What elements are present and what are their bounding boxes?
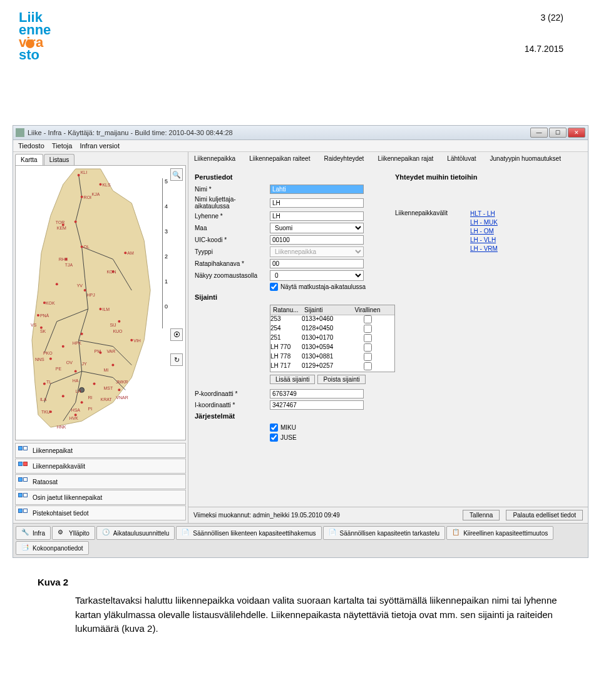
menu-tietoja[interactable]: Tietoja — [52, 142, 73, 150]
section-sijainti: Sijainti — [195, 293, 383, 301]
svg-text:MST: MST — [103, 386, 113, 390]
svg-point-22 — [130, 339, 133, 342]
label-nayta: Näytä matkustaja-aikataulussa — [280, 283, 366, 290]
dtab-lahtoluvat[interactable]: Lähtöluvat — [443, 154, 480, 163]
input-nimi[interactable] — [270, 185, 364, 194]
btab-kapasiteetti-hakemus[interactable]: 📄Säännöllisen liikenteen kapasiteettihak… — [176, 526, 321, 540]
link-list: HLT - LH LH - MUK LH - OM LH - VLH LH - … — [470, 210, 498, 253]
dtab-rajat[interactable]: Liikennepaikan rajat — [374, 154, 437, 163]
svg-text:OV: OV — [66, 360, 73, 365]
input-lyhenne[interactable] — [270, 211, 364, 221]
alert-icon: 📋 — [452, 529, 461, 537]
checkbox-miku[interactable] — [270, 424, 278, 432]
btab-kiireellinen[interactable]: 📋Kiireellinen kapasiteettimuutos — [446, 526, 553, 540]
button-poista-sijainti[interactable]: Poista sijainti — [317, 375, 365, 384]
svg-text:sto: sto — [19, 47, 39, 63]
svg-point-26 — [111, 364, 114, 367]
svg-text:AM: AM — [127, 251, 134, 255]
dtab-raiteet[interactable]: Liikennepaikan raiteet — [245, 154, 314, 163]
table-row: LH 7700130+0594 — [270, 343, 394, 353]
select-maa[interactable]: Suomi — [270, 223, 364, 233]
svg-text:TL: TL — [46, 380, 51, 384]
map-search-icon[interactable]: 🔍 — [170, 168, 183, 181]
layer-osin-jaetut[interactable]: Osin jaetut liikennepaikat — [15, 490, 186, 505]
btab-yllapito[interactable]: ⚙Ylläpito — [52, 526, 95, 540]
svg-point-28 — [43, 382, 46, 385]
svg-text:TKU: TKU — [41, 410, 50, 414]
link-lpv[interactable]: HLT - LH — [470, 210, 498, 218]
svg-point-30 — [118, 388, 120, 391]
input-uic[interactable] — [270, 235, 364, 245]
btab-aikataulu[interactable]: 🕒Aikataulusuunnittelu — [96, 526, 175, 540]
checkbox-juse[interactable] — [270, 434, 278, 442]
section-perustiedot: Perustiedot — [195, 173, 383, 181]
svg-point-11 — [124, 251, 126, 254]
button-tallenna[interactable]: Tallenna — [463, 510, 500, 520]
svg-point-21 — [81, 333, 83, 335]
button-palauta[interactable]: Palauta edelliset tiedot — [506, 510, 583, 520]
layer-pistekohtaiset[interactable]: Pistekohtaiset tiedot — [15, 505, 186, 520]
map[interactable]: KLIKLSKJA ROITORKEM OLAMRHE TJAKONYV KOK… — [15, 165, 186, 440]
svg-text:KLS: KLS — [102, 183, 111, 187]
svg-point-27 — [74, 370, 77, 373]
map-refresh-icon[interactable]: ↻ — [170, 353, 183, 366]
btab-infra[interactable]: 🔧Infra — [16, 526, 51, 540]
svg-text:HPK: HPK — [73, 341, 82, 345]
layer-rataosat[interactable]: Rataosat — [15, 474, 186, 489]
input-ratapiha[interactable] — [270, 259, 364, 268]
svg-text:PE: PE — [56, 367, 62, 371]
svg-text:KRAT: KRAT — [101, 397, 113, 402]
detail-tabs: Liikennepaikka Liikennepaikan raiteet Ra… — [188, 152, 588, 167]
tab-listaus[interactable]: Listaus — [44, 154, 75, 165]
menu-infran-versiot[interactable]: Infran versiot — [80, 142, 120, 150]
infra-icon: 🔧 — [21, 529, 30, 537]
btab-kokoonpano[interactable]: 📑Kokoonpanotiedot — [16, 541, 89, 555]
dtab-raideyhteydet[interactable]: Raideyhteydet — [320, 154, 367, 163]
svg-text:ILA: ILA — [40, 397, 47, 402]
link-lpv[interactable]: LH - VRM — [470, 245, 498, 253]
label-uic: UIC-koodi * — [195, 236, 270, 243]
titlebar: Liike - Infra - Käyttäjä: tr_maijanu - B… — [13, 126, 588, 140]
link-lpv[interactable]: LH - MUK — [470, 218, 498, 227]
btab-kapasiteetti-tarkastelu[interactable]: 📄Säännöllisen kapasiteetin tarkastelu — [323, 526, 446, 540]
select-tyyppi: Liikennepaikka — [270, 246, 364, 257]
select-zoom[interactable]: 0 — [270, 270, 364, 281]
layer-liikennepaikkavalit[interactable]: Liikennepaikkavälit — [15, 459, 186, 474]
checkbox-nayta[interactable] — [270, 283, 278, 291]
link-lpv[interactable]: LH - OM — [470, 227, 498, 236]
svg-point-31 — [62, 395, 64, 397]
svg-point-7 — [81, 196, 83, 198]
location-table[interactable]: Ratanu... Sijainti Virallinen 2530133+04… — [270, 305, 395, 372]
table-row: LH 7170129+0257 — [270, 362, 394, 372]
menu-tiedosto[interactable]: Tiedosto — [18, 142, 44, 150]
maximize-button[interactable]: ☐ — [549, 128, 567, 138]
svg-text:KOK: KOK — [46, 301, 55, 305]
button-lisaa-sijainti[interactable]: Lisää sijainti — [270, 375, 315, 384]
layer-liikennepaikat[interactable]: Liikennepaikat — [15, 443, 186, 458]
svg-point-8 — [74, 221, 77, 223]
page-number: 3 (22) — [540, 13, 563, 23]
input-ikoord[interactable] — [270, 400, 364, 410]
label-zoom: Näkyy zoomaustasolla — [195, 272, 270, 279]
input-pkoord[interactable] — [270, 389, 364, 398]
link-lpv[interactable]: LH - VLH — [470, 236, 498, 245]
close-button[interactable]: ✕ — [568, 128, 585, 138]
table-row: LH 7780130+0881 — [270, 353, 394, 362]
doc-icon: 📄 — [329, 529, 337, 537]
dtab-liikennepaikka[interactable]: Liikennepaikka — [190, 154, 239, 163]
map-home-icon[interactable]: ⦿ — [170, 328, 183, 341]
right-pane: Liikennepaikka Liikennepaikan raiteet Ra… — [188, 152, 588, 523]
window-title: Liike - Infra - Käyttäjä: tr_maijanu - B… — [28, 129, 530, 136]
label-nimi: Nimi * — [195, 186, 270, 193]
svg-text:VAR: VAR — [106, 349, 115, 353]
svg-text:KEM: KEM — [57, 226, 66, 230]
svg-text:KUO: KUO — [113, 329, 123, 333]
svg-text:SIJ: SIJ — [110, 323, 116, 327]
input-nimikulj[interactable] — [270, 198, 364, 208]
tab-kartta[interactable]: Kartta — [15, 154, 43, 165]
dtab-huomautukset[interactable]: Junatyypin huomautukset — [486, 154, 565, 163]
label-lyhenne: Lyhenne * — [195, 213, 270, 220]
bottom-tabs: 🔧Infra ⚙Ylläpito 🕒Aikataulusuunnittelu 📄… — [13, 523, 588, 557]
minimize-button[interactable]: — — [530, 128, 548, 138]
svg-text:VIH: VIH — [133, 338, 141, 343]
